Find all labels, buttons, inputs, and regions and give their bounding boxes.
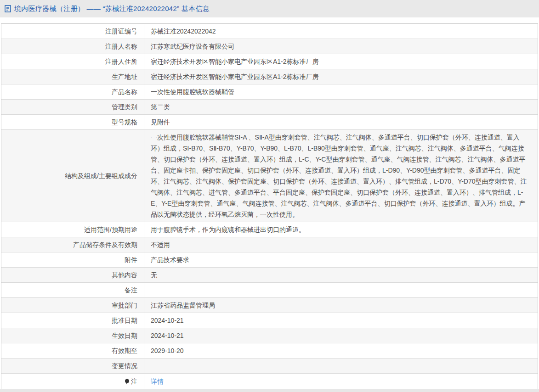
row-label: 适用范围/预期用途 [1,222,144,237]
row-label: 注册人住所 [1,54,144,69]
row-label: 产品名称 [1,84,144,99]
row-value: 2029-10-20 [144,343,538,358]
storage-validity-value: 不适用 [151,239,170,250]
attachment-value: 产品技术要求 [151,254,189,265]
table-row-reg-number: 注册证编号 苏械注准20242022042 [1,24,538,39]
row-label: 生产地址 [1,69,144,84]
row-label: 备注 [1,283,144,297]
page-bottom-strip [0,389,539,392]
page-title: 境内医疗器械（注册） —— “苏械注准20242022042” 基本信息 [14,5,210,13]
table-row-storage-validity: 产品储存条件及有效期 不适用 [1,237,538,252]
table-row-registrant-address: 注册人住所 宿迁经济技术开发区智能小家电产业园东区A1-2栋标准厂房 [1,54,538,69]
row-label: 其他内容 [1,268,144,282]
row-value [144,283,538,297]
row-label: 注册人名称 [1,39,144,54]
row-value: 无 [144,268,538,282]
table-row-approval-date: 批准日期 2024-10-21 [1,313,538,328]
reg-number-value: 苏械注准20242022042 [151,26,216,37]
row-value: 不适用 [144,237,538,252]
table-row-note: 注 详情 [1,374,538,389]
table-row-model-spec: 型号规格 见附件 [1,115,538,130]
row-label: 批准日期 [1,313,144,328]
management-class-value: 第二类 [151,101,170,112]
row-label: 注册证编号 [1,24,144,39]
registrant-address-value: 宿迁经济技术开发区智能小家电产业园东区A1-2栋标准厂房 [151,56,319,67]
row-value: 2024-10-21 [144,313,538,328]
detail-link[interactable]: 详情 [151,376,164,387]
row-value: 2024-10-21 [144,328,538,343]
row-label: 结构及组成/主要组成成分 [1,130,144,222]
table-row-other-content: 其他内容 无 [1,268,538,283]
note-bulb-icon [125,379,130,385]
row-value: 一次性使用腹腔镜软器械鞘管SⅠ-A 、SⅡ-A型由穿刺套管、注气阀芯、注气阀体、… [144,130,538,222]
row-value: 用于腹腔镜手术，作为内窥镜和器械进出切口的通道。 [144,222,538,237]
row-value: 宿迁经济技术开发区智能小家电产业园东区A1-2栋标准厂房 [144,69,538,84]
row-label: 变更情况 [1,358,144,373]
page-header: 境内医疗器械（注册） —— “苏械注准20242022042” 基本信息 [0,0,539,17]
table-row-attachment: 附件 产品技术要求 [1,252,538,268]
table-row-expiry-date: 有效期至 2029-10-20 [1,343,538,358]
row-value: 一次性使用腹腔镜软器械鞘管 [144,84,538,99]
table-row-structure-composition: 结构及组成/主要组成成分 一次性使用腹腔镜软器械鞘管SⅠ-A 、SⅡ-A型由穿刺… [1,130,538,222]
row-value: 江苏省药品监督管理局 [144,298,538,313]
product-name-value: 一次性使用腹腔镜软器械鞘管 [151,86,234,97]
table-row-effective-date: 生效日期 2024-10-21 [1,328,538,343]
table-row-product-name: 产品名称 一次性使用腹腔镜软器械鞘管 [1,84,538,100]
row-value: 宿迁经济技术开发区智能小家电产业园东区A1-2栋标准厂房 [144,54,538,69]
table-row-change-status: 变更情况 [1,358,538,374]
effective-date-value: 2024-10-21 [151,330,184,341]
row-label: 型号规格 [1,115,144,129]
row-value: 第二类 [144,100,538,114]
row-label: 产品储存条件及有效期 [1,237,144,252]
expiry-date-value: 2029-10-20 [151,345,184,356]
document-icon [5,5,11,12]
production-address-value: 宿迁经济技术开发区智能小家电产业园东区A1-2栋标准厂房 [151,71,319,82]
registrant-name-value: 江苏寒武纪医疗设备有限公司 [151,41,234,52]
row-value: 江苏寒武纪医疗设备有限公司 [144,39,538,54]
row-label: 附件 [1,252,144,267]
row-value: 详情 [144,374,538,389]
intended-use-value: 用于腹腔镜手术，作为内窥镜和器械进出切口的通道。 [151,224,305,235]
row-label: 管理类别 [1,100,144,114]
table-row-registrant-name: 注册人名称 江苏寒武纪医疗设备有限公司 [1,39,538,54]
registration-info-table: 注册证编号 苏械注准20242022042 注册人名称 江苏寒武纪医疗设备有限公… [1,23,538,389]
model-spec-value: 见附件 [151,117,170,128]
table-row-intended-use: 适用范围/预期用途 用于腹腔镜手术，作为内窥镜和器械进出切口的通道。 [1,222,538,237]
other-content-value: 无 [151,269,157,280]
table-row-remarks: 备注 [1,283,538,298]
row-value: 见附件 [144,115,538,129]
row-label: 注 [1,374,144,389]
table-row-approval-department: 审批部门 江苏省药品监督管理局 [1,298,538,313]
row-label: 生效日期 [1,328,144,343]
table-row-production-address: 生产地址 宿迁经济技术开发区智能小家电产业园东区A1-2栋标准厂房 [1,69,538,84]
row-value: 苏械注准20242022042 [144,24,538,39]
row-value: 产品技术要求 [144,252,538,267]
row-label: 有效期至 [1,343,144,358]
note-label: 注 [131,377,137,386]
approval-department-value: 江苏省药品监督管理局 [151,300,215,311]
table-row-management-class: 管理类别 第二类 [1,100,538,115]
approval-date-value: 2024-10-21 [151,315,184,326]
row-label: 审批部门 [1,298,144,313]
structure-composition-value: 一次性使用腹腔镜软器械鞘管SⅠ-A 、SⅡ-A型由穿刺套管、注气阀芯、注气阀体、… [151,132,531,220]
row-value [144,358,538,373]
